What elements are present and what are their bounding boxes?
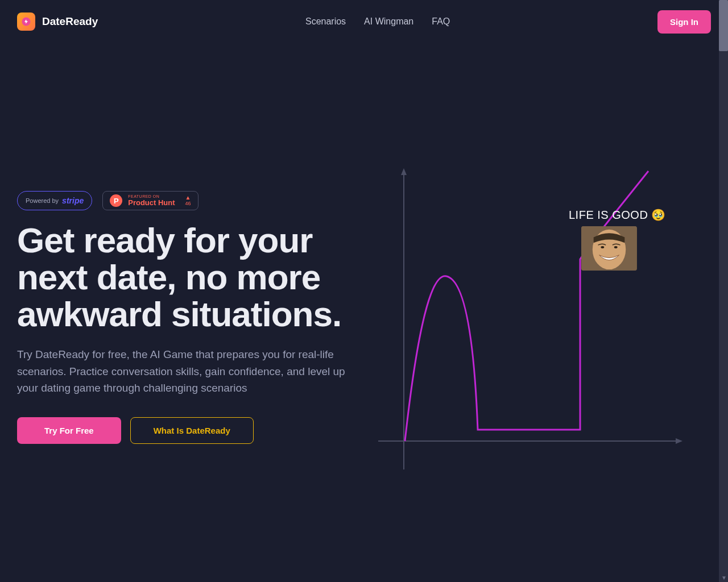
hero-title: Get ready for your next date, no more aw… xyxy=(17,222,353,332)
hero-subtitle: Try DateReady for free, the AI Game that… xyxy=(17,346,353,396)
scrollbar-down-arrow-icon[interactable]: ▼ xyxy=(721,575,727,581)
hero-content: Powered by stripe P FEATURED ON Product … xyxy=(17,100,353,444)
stripe-logo-text: stripe xyxy=(62,196,84,205)
badges-row: Powered by stripe P FEATURED ON Product … xyxy=(17,191,353,210)
producthunt-icon: P xyxy=(110,194,122,207)
logo-icon xyxy=(17,13,35,31)
ph-count-number: 46 xyxy=(185,201,191,206)
nav-faq[interactable]: FAQ xyxy=(432,16,450,27)
brand-name: DateReady xyxy=(42,15,98,28)
upvote-arrow-icon: ▲ xyxy=(185,195,191,201)
scrollbar-thumb[interactable] xyxy=(719,0,728,51)
stripe-badge[interactable]: Powered by stripe xyxy=(17,191,92,210)
graph-annotation: LIFE IS GOOD 🥹 xyxy=(569,208,666,222)
ph-name-label: Product Hunt xyxy=(128,199,175,207)
nav-links: Scenarios AI Wingman FAQ xyxy=(305,16,450,27)
producthunt-badge[interactable]: P FEATURED ON Product Hunt ▲ 46 xyxy=(102,191,198,210)
scrollbar-track[interactable]: ▼ xyxy=(719,0,728,582)
try-free-button[interactable]: Try For Free xyxy=(17,417,121,444)
producthunt-text: FEATURED ON Product Hunt xyxy=(128,194,175,207)
logo-section[interactable]: DateReady xyxy=(17,13,98,31)
nav-scenarios[interactable]: Scenarios xyxy=(305,16,346,27)
nav-wingman[interactable]: AI Wingman xyxy=(364,16,413,27)
hero-buttons: Try For Free What Is DateReady xyxy=(17,417,353,444)
hero-section: Powered by stripe P FEATURED ON Product … xyxy=(0,43,728,478)
happy-face-image xyxy=(581,226,637,271)
hero-graph: LIFE IS GOOD 🥹 xyxy=(375,100,711,444)
what-is-button[interactable]: What Is DateReady xyxy=(130,417,254,444)
ph-upvote: ▲ 46 xyxy=(185,195,191,206)
svg-point-8 xyxy=(614,246,618,248)
svg-point-7 xyxy=(601,246,604,248)
stripe-powered-text: Powered by xyxy=(26,197,59,204)
svg-marker-4 xyxy=(676,438,682,444)
svg-marker-2 xyxy=(401,168,407,175)
sign-in-button[interactable]: Sign In xyxy=(657,10,711,34)
header: DateReady Scenarios AI Wingman FAQ Sign … xyxy=(0,0,728,43)
